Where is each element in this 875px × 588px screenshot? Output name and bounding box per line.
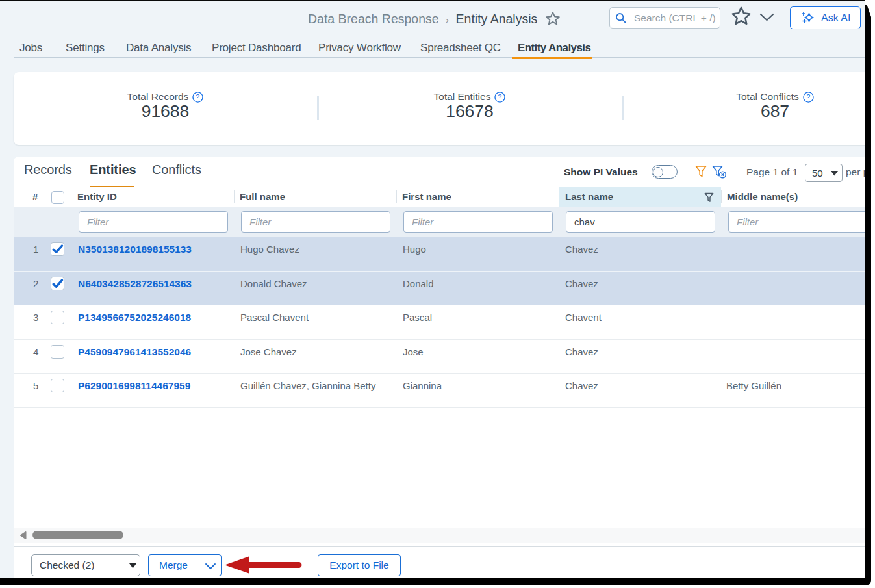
svg-text:?: ? bbox=[498, 93, 502, 101]
svg-text:?: ? bbox=[806, 93, 810, 101]
svg-text:?: ? bbox=[196, 93, 200, 101]
